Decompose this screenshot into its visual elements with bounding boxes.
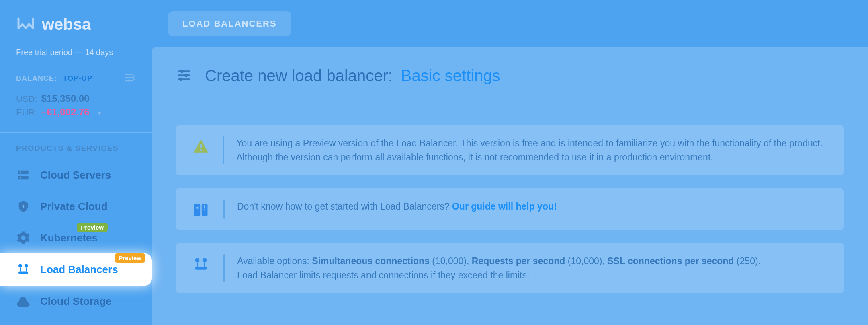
svg-point-18 bbox=[180, 78, 182, 80]
alert-guide: ! Don't know how to get started with Loa… bbox=[176, 188, 844, 230]
divider bbox=[223, 254, 225, 282]
svg-rect-20 bbox=[200, 149, 202, 151]
breadcrumb-load-balancers[interactable]: LOAD BALANCERS bbox=[168, 11, 291, 36]
svg-rect-7 bbox=[23, 205, 24, 208]
main: LOAD BALANCERS Create new load balancer:… bbox=[152, 0, 868, 325]
page-title: Create new load balancer: Basic settings bbox=[205, 67, 500, 85]
svg-rect-10 bbox=[18, 272, 28, 274]
svg-rect-21 bbox=[194, 204, 201, 216]
preview-badge: Preview bbox=[115, 253, 145, 263]
nav-list: Cloud Servers Private Cloud Kubernetes P… bbox=[0, 159, 152, 317]
sidebar: websa Free trial period — 14 days BALANC… bbox=[0, 0, 152, 325]
logo-text: websa bbox=[42, 15, 91, 33]
guide-icon: ! bbox=[190, 200, 211, 219]
page-subtitle: Basic settings bbox=[401, 67, 500, 84]
svg-rect-19 bbox=[200, 144, 202, 148]
logo-icon bbox=[16, 14, 35, 35]
alert-limits: Available options: Simultaneous connecti… bbox=[176, 243, 844, 293]
settings-list-icon bbox=[176, 67, 192, 85]
collapse-sidebar-icon[interactable] bbox=[123, 71, 136, 86]
sidebar-item-label: Private Cloud bbox=[40, 200, 108, 213]
svg-point-17 bbox=[185, 74, 187, 76]
sidebar-item-load-balancers[interactable]: Load Balancers Preview bbox=[0, 253, 152, 286]
load-balancer-icon bbox=[190, 254, 211, 274]
preview-badge: Preview bbox=[77, 223, 108, 232]
warning-icon bbox=[190, 136, 211, 156]
sidebar-item-label: Kubernetes bbox=[40, 232, 98, 244]
eur-value: –€1,002.76 bbox=[41, 107, 90, 118]
storage-icon bbox=[16, 294, 31, 308]
svg-rect-27 bbox=[195, 267, 207, 270]
logo[interactable]: websa bbox=[0, 0, 152, 43]
svg-point-23 bbox=[196, 207, 199, 209]
balance-label: BALANCE: bbox=[16, 74, 57, 82]
svg-point-25 bbox=[195, 258, 199, 263]
balance-section: BALANCE: TOP-UP USD: $15,350.00 EUR: –€1… bbox=[0, 62, 152, 133]
alert-text: Available options: Simultaneous connecti… bbox=[237, 254, 761, 282]
usd-label: USD: bbox=[16, 94, 37, 104]
alert-text: Don't know how to get started with Load … bbox=[237, 200, 557, 214]
currency-dropdown[interactable]: EUR: –€1,002.76 ▼ bbox=[16, 107, 136, 118]
alert-text: You are using a Preview version of the L… bbox=[236, 136, 829, 164]
sidebar-item-label: Cloud Storage bbox=[40, 295, 112, 308]
topbar: LOAD BALANCERS bbox=[152, 0, 868, 47]
sidebar-item-private-cloud[interactable]: Private Cloud bbox=[0, 191, 152, 222]
sidebar-item-kubernetes[interactable]: Kubernetes Preview bbox=[0, 222, 152, 253]
topup-link[interactable]: TOP-UP bbox=[63, 74, 92, 82]
sidebar-item-label: Cloud Servers bbox=[40, 169, 111, 181]
divider bbox=[223, 136, 224, 164]
load-balancer-icon bbox=[16, 262, 31, 277]
usd-value: $15,350.00 bbox=[41, 93, 90, 104]
svg-point-5 bbox=[20, 172, 21, 173]
shield-icon bbox=[16, 200, 31, 213]
svg-text:!: ! bbox=[203, 203, 206, 212]
svg-point-6 bbox=[20, 177, 21, 179]
svg-rect-3 bbox=[18, 171, 29, 174]
guide-link[interactable]: Our guide will help you! bbox=[452, 201, 557, 212]
content: Create new load balancer: Basic settings… bbox=[152, 47, 868, 325]
svg-point-16 bbox=[181, 70, 183, 72]
alert-preview: You are using a Preview version of the L… bbox=[176, 125, 844, 175]
sidebar-item-label: Load Balancers bbox=[40, 263, 118, 276]
products-header: PRODUCTS & SERVICES bbox=[0, 133, 152, 159]
gear-icon bbox=[16, 231, 31, 245]
svg-point-8 bbox=[18, 264, 22, 268]
svg-point-9 bbox=[25, 264, 28, 268]
eur-label: EUR: bbox=[16, 107, 37, 118]
svg-point-26 bbox=[203, 258, 207, 263]
server-icon bbox=[16, 168, 31, 182]
sidebar-item-cloud-storage[interactable]: Cloud Storage bbox=[0, 286, 152, 317]
svg-rect-4 bbox=[18, 176, 29, 180]
chevron-down-icon: ▼ bbox=[97, 110, 102, 117]
divider bbox=[223, 200, 225, 219]
trial-banner: Free trial period — 14 days bbox=[0, 43, 152, 62]
sidebar-item-cloud-servers[interactable]: Cloud Servers bbox=[0, 159, 152, 191]
page-title-row: Create new load balancer: Basic settings bbox=[176, 67, 844, 85]
